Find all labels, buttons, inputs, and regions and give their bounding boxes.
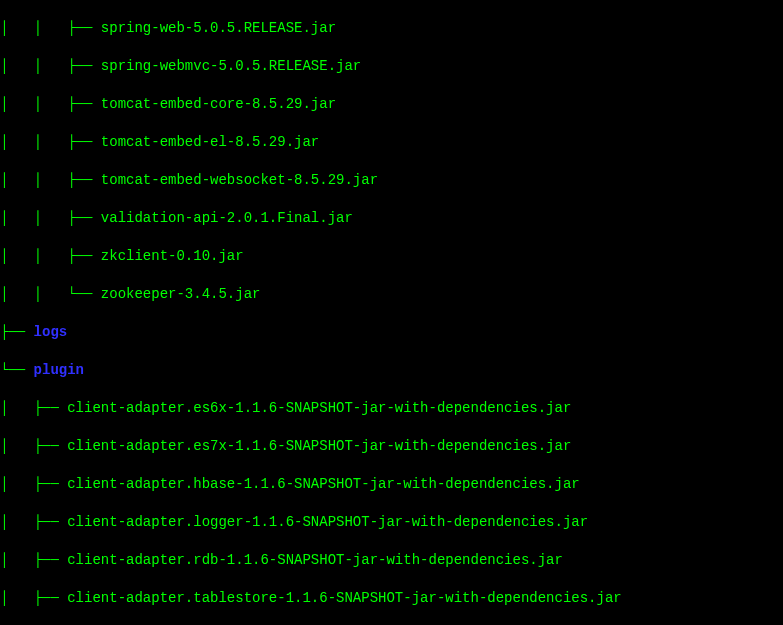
tree-file-line: │ │ ├── tomcat-embed-core-8.5.29.jar <box>0 95 783 114</box>
tree-file-line: │ │ ├── spring-web-5.0.5.RELEASE.jar <box>0 19 783 38</box>
tree-file-line: │ │ └── zookeeper-3.4.5.jar <box>0 285 783 304</box>
tree-file-line: │ ├── client-adapter.hbase-1.1.6-SNAPSHO… <box>0 475 783 494</box>
terminal-output: │ │ ├── spring-web-5.0.5.RELEASE.jar │ │… <box>0 0 783 625</box>
tree-file-line: │ │ ├── validation-api-2.0.1.Final.jar <box>0 209 783 228</box>
tree-file-line: │ │ ├── zkclient-0.10.jar <box>0 247 783 266</box>
tree-file-line: │ ├── client-adapter.rdb-1.1.6-SNAPSHOT-… <box>0 551 783 570</box>
tree-file-line: │ │ ├── tomcat-embed-websocket-8.5.29.ja… <box>0 171 783 190</box>
tree-file-line: │ │ ├── tomcat-embed-el-8.5.29.jar <box>0 133 783 152</box>
tree-file-line: │ ├── client-adapter.logger-1.1.6-SNAPSH… <box>0 513 783 532</box>
tree-file-line: │ ├── client-adapter.tablestore-1.1.6-SN… <box>0 589 783 608</box>
tree-file-line: │ ├── client-adapter.es6x-1.1.6-SNAPSHOT… <box>0 399 783 418</box>
tree-dir-line: └── plugin <box>0 361 783 380</box>
tree-file-line: │ ├── client-adapter.es7x-1.1.6-SNAPSHOT… <box>0 437 783 456</box>
tree-file-line: │ │ ├── spring-webmvc-5.0.5.RELEASE.jar <box>0 57 783 76</box>
tree-dir-line: ├── logs <box>0 323 783 342</box>
